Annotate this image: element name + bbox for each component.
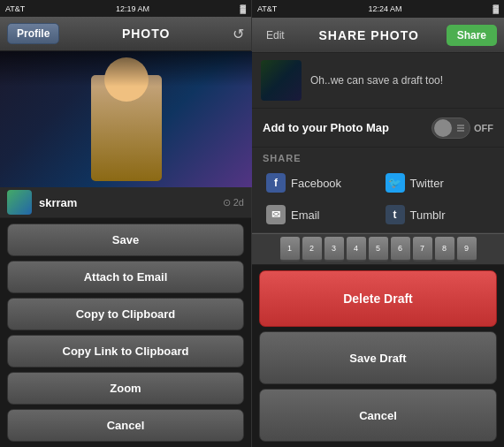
cancel-button-right[interactable]: Cancel: [259, 389, 497, 442]
kbd-key-6: 6: [391, 237, 410, 261]
copy-clipboard-button[interactable]: Copy to Clipboard: [7, 298, 244, 330]
email-icon: ✉: [266, 205, 286, 224]
draft-banner: Oh..we can save a draft too!: [252, 53, 504, 109]
time-right: 12:24 AM: [368, 4, 401, 13]
right-panel: AT&T 12:24 AM ▓ Edit SHARE PHOTO Share O…: [252, 0, 504, 447]
copy-link-button[interactable]: Copy Link to Clipboard: [7, 335, 244, 367]
draft-thumbnail: [261, 60, 302, 101]
battery-right: ▓: [493, 4, 499, 13]
facebook-label: Facebook: [291, 177, 341, 190]
left-panel: AT&T 12:19 AM ▓ Profile PHOTO ↺ skrram ⊙…: [0, 0, 252, 447]
facebook-icon: f: [266, 173, 286, 193]
status-bar-right: AT&T 12:24 AM ▓: [252, 0, 504, 18]
profile-button[interactable]: Profile: [7, 23, 59, 44]
photo-figure: [91, 75, 162, 181]
kbd-key-7: 7: [413, 237, 432, 261]
carrier-right: AT&T: [257, 4, 277, 13]
photo-map-row[interactable]: Add to your Photo Map OFF: [252, 109, 504, 148]
username: skrram: [39, 196, 223, 209]
photo-area: [0, 51, 252, 187]
twitter-icon: 🐦: [386, 173, 405, 193]
attach-email-button[interactable]: Attach to Email: [7, 261, 244, 293]
battery-left: ▓: [240, 4, 246, 13]
save-draft-button[interactable]: Save Draft: [259, 331, 497, 384]
share-grid: f Facebook 🐦 Twitter ✉ Email t Tumblr: [263, 169, 493, 229]
cancel-button-left[interactable]: Cancel: [7, 409, 244, 442]
status-bar-left: AT&T 12:19 AM ▓: [0, 0, 251, 17]
twitter-label: Twitter: [410, 177, 444, 190]
user-row: skrram ⊙ 2d: [0, 187, 251, 218]
photo-map-label: Add to your Photo Map: [263, 121, 389, 134]
refresh-icon[interactable]: ↺: [233, 26, 244, 42]
draft-thumb-image: [261, 60, 302, 101]
edit-button[interactable]: Edit: [259, 26, 292, 45]
save-button[interactable]: Save: [7, 224, 244, 256]
right-actions: Delete Draft Save Draft Cancel: [252, 265, 504, 447]
toggle-state-label: OFF: [474, 123, 493, 133]
tumblr-icon: t: [386, 205, 405, 224]
email-label: Email: [291, 208, 320, 222]
nav-bar-left: Profile PHOTO ↺: [0, 17, 251, 51]
photo-overlay: [0, 51, 252, 87]
share-header: SHARE: [263, 153, 493, 163]
share-tumblr[interactable]: t Tumblr: [382, 201, 494, 229]
action-buttons: Save Attach to Email Copy to Clipboard C…: [0, 218, 251, 447]
avatar: [7, 190, 32, 215]
share-twitter[interactable]: 🐦 Twitter: [382, 169, 494, 197]
kbd-key-3: 3: [325, 237, 344, 261]
delete-draft-button[interactable]: Delete Draft: [259, 270, 497, 327]
kbd-key-8: 8: [435, 237, 454, 261]
share-facebook[interactable]: f Facebook: [263, 169, 375, 197]
keyboard-hint: 1 2 3 4 5 6 7 8 9: [252, 233, 504, 265]
photo-title: PHOTO: [122, 27, 171, 41]
share-button[interactable]: Share: [447, 25, 497, 46]
kbd-key-5: 5: [369, 237, 388, 261]
toggle-lines: [457, 125, 464, 131]
toggle-knob: [434, 119, 452, 137]
zoom-button[interactable]: Zoom: [7, 372, 244, 405]
share-photo-title: SHARE PHOTO: [318, 28, 418, 42]
share-email[interactable]: ✉ Email: [263, 201, 375, 229]
carrier-left: AT&T: [5, 4, 25, 13]
time-left: 12:19 AM: [116, 4, 149, 13]
kbd-key-1: 1: [280, 237, 300, 261]
tumblr-label: Tumblr: [410, 208, 446, 222]
photo-map-toggle[interactable]: OFF: [431, 117, 493, 139]
keyboard-keys: 1 2 3 4 5 6 7 8 9: [280, 237, 477, 261]
share-section: SHARE f Facebook 🐦 Twitter ✉ Email t Tum…: [252, 148, 504, 233]
kbd-key-9: 9: [457, 237, 477, 261]
draft-text: Oh..we can save a draft too!: [310, 73, 443, 88]
kbd-key-2: 2: [302, 237, 322, 261]
kbd-key-4: 4: [347, 237, 366, 261]
nav-bar-right: Edit SHARE PHOTO Share: [252, 18, 504, 53]
toggle-track[interactable]: [431, 117, 470, 139]
time-ago: ⊙ 2d: [223, 197, 244, 208]
